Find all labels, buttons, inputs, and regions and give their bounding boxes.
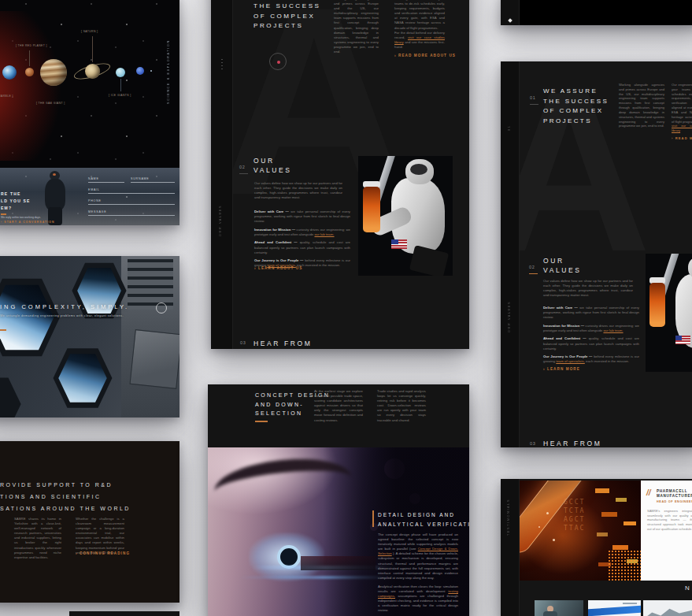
bullet-text: each invested in the mission. xyxy=(586,359,629,363)
detail-accent-bar xyxy=(372,510,374,527)
contact-field-surname[interactable]: SURNAME xyxy=(131,177,175,183)
label-gas-giant: [ THE GAS GIANT ] xyxy=(36,102,65,105)
detail-p1: The concept design phase will have produ… xyxy=(378,533,458,581)
values-bullet: Ahead and Confident — quality, schedule … xyxy=(543,336,639,351)
section-number-rule-accent xyxy=(529,273,538,274)
testimonial-card[interactable]: // PHARMACELL MANUFACTURER HEAD OF ENGIN… xyxy=(641,481,692,581)
values-section-number: 02 xyxy=(529,258,538,274)
detail-p2: Analytical verification then closes the … xyxy=(378,584,458,614)
bullet-link[interactable]: our lab team. xyxy=(314,232,334,236)
bullet-link[interactable]: our lab team. xyxy=(603,328,623,332)
contact-note: We reply within two working days. xyxy=(1,216,64,219)
label-line-mars xyxy=(29,50,30,66)
support-heading: ROVIDE SUPPORT TO R&D TIONS AND SCIENTIF… xyxy=(0,479,131,514)
contact-field-message[interactable]: MESSAGE xyxy=(88,210,175,216)
news-thumb-chart[interactable] xyxy=(643,600,692,616)
planet-earth xyxy=(2,65,17,80)
gel-band xyxy=(601,512,617,517)
values-title-line: VALUES xyxy=(543,266,582,276)
support-col2: Whether the challenge is a cleanroom mea… xyxy=(76,517,124,555)
astronaut-photo xyxy=(646,254,692,372)
planet-pluto-dot xyxy=(150,70,152,72)
bullet-lead: Innovation for Mission — xyxy=(543,324,584,328)
field-label-surname: SURNAME xyxy=(131,177,175,180)
gel-dot-matrix xyxy=(608,550,641,581)
planet-saturn xyxy=(85,64,100,79)
contact-field-email[interactable]: EMAIL xyxy=(88,188,175,194)
values-bullet-list: Deliver with Care — we take personal own… xyxy=(543,306,639,368)
about-heading: THE SUCCESS OF COMPLEX PROJECTS xyxy=(253,2,321,32)
artboard-top-right-sliver[interactable] xyxy=(501,0,692,25)
scroll-indicator-icon[interactable] xyxy=(156,302,167,314)
solar-system-image: [ THE RED PLANET ] [ SATURN ] [ THE BLUE… xyxy=(0,0,179,168)
learn-about-us-link[interactable]: › LEARN ABOUT US xyxy=(254,266,302,270)
artboard-station[interactable]: ING COMPLEXITY, SIMPLY. We untangle dema… xyxy=(0,256,179,417)
station-machinery-slats xyxy=(128,259,173,310)
values-title: OUR VALUES xyxy=(253,157,292,175)
artboard-news[interactable]: TESTIMONIALS GCCTTCTAAGCTTTAC // PHARMAC… xyxy=(501,479,692,616)
astronaut-body xyxy=(45,179,65,210)
hear-from-number: 03 xyxy=(240,340,246,345)
contact-field-phone[interactable]: PHONE xyxy=(88,199,175,205)
values-intro: Our values define how we show up for our… xyxy=(254,181,342,200)
artboard-about-center[interactable]: A OUR VALUES THE SUCCESS OF COMPLEX PROJ… xyxy=(211,0,469,349)
gel-band xyxy=(624,521,636,525)
contact-field-name[interactable]: NAME xyxy=(88,177,124,183)
carousel-pagination[interactable] xyxy=(629,443,676,447)
artboard-about-right[interactable]: A 01 OUR VALUES 01 WE ASSURE THE SUCCESS… xyxy=(501,61,692,447)
section-number-text: 02 xyxy=(239,165,246,169)
field-label-message: MESSAGE xyxy=(88,210,175,213)
artboard-process[interactable]: CONCEPT DESIGN AND DOWN- SELECTION At th… xyxy=(208,384,469,616)
support-heading-line: SATIONS AROUND THE WORLD xyxy=(0,503,131,514)
sidebar-menu-ticks-icon[interactable] xyxy=(221,59,223,69)
bullet-lead: Deliver with Care — xyxy=(254,210,289,213)
station-title: ING COMPLEXITY, SIMPLY. xyxy=(0,303,129,310)
values-bullet: Innovation for Mission — curiosity drive… xyxy=(254,228,350,237)
section-number-text: 01 xyxy=(530,95,536,100)
case-studies-link[interactable]: visit our case studies library xyxy=(672,124,692,132)
news-thumb-slide[interactable] xyxy=(588,600,641,616)
carousel-pagination[interactable] xyxy=(343,343,390,349)
hear-from-title: HEAR FROM xyxy=(253,340,312,349)
values-bullet-list: Deliver with Care — we take personal own… xyxy=(254,210,350,272)
target-marker-icon[interactable] xyxy=(269,53,287,70)
sidebar-vertical-label: TESTIMONIALS xyxy=(507,498,510,536)
section-number-rule xyxy=(239,173,248,174)
testimonial-role: HEAD OF ENGINEERING xyxy=(657,500,692,503)
about-heading-line: THE SUCCESS xyxy=(543,97,609,107)
cupola-window-top xyxy=(71,259,128,322)
contact-heading-line: RE THE xyxy=(1,191,31,198)
bullet-link[interactable]: team of specialists, xyxy=(556,359,585,363)
values-section-number: 02 xyxy=(239,158,248,174)
station-subtitle: We untangle demanding engineering proble… xyxy=(0,314,124,317)
page-sidebar xyxy=(211,0,233,349)
artboard-hero[interactable]: [ THE RED PLANET ] [ SATURN ] [ THE BLUE… xyxy=(0,0,179,225)
contact-heading: RE THE LD YOU SE EM? xyxy=(1,191,31,212)
bullet-lead: Our Journey is Our People — xyxy=(254,258,303,262)
values-title-line: OUR xyxy=(543,257,582,266)
about-heading-line: OF COMPLEX xyxy=(543,106,609,117)
station-machinery-panel xyxy=(130,329,179,389)
red-nebula-glow xyxy=(0,11,104,161)
support-continue-link[interactable]: › CONTINUE READING xyxy=(76,551,130,555)
equipment-dark xyxy=(409,245,449,276)
about-heading-line: WE ASSURE xyxy=(543,87,609,97)
test-tube-photo: GCCTTCTAAGCTTTAC xyxy=(520,481,641,581)
news-thumb-photo[interactable] xyxy=(535,600,583,616)
design-canvas: [ THE RED PLANET ] [ SATURN ] [ THE BLUE… xyxy=(0,0,692,616)
artboard-peek-bottom-left[interactable] xyxy=(69,611,179,616)
window-earth-view xyxy=(0,380,17,417)
cupola-window-mid xyxy=(52,344,113,412)
label-ice-giants: [ ICE GIANTS ] xyxy=(109,94,131,97)
planet-jupiter xyxy=(40,59,67,86)
field-label-phone: PHONE xyxy=(88,199,175,202)
read-more-link[interactable]: › READ MORE ABOUT US xyxy=(672,136,692,141)
flag-canton xyxy=(391,239,398,244)
values-bullet: Our Journey is Our People — behind every… xyxy=(543,354,639,364)
target-red-dot xyxy=(277,61,280,64)
learn-more-link[interactable]: › LEARN MORE xyxy=(543,367,580,371)
process-col1: At the earliest stage we explore the wid… xyxy=(314,389,363,423)
artboard-support[interactable]: ROVIDE SUPPORT TO R&D TIONS AND SCIENTIF… xyxy=(0,441,179,603)
contact-cta-link[interactable]: › START A CONVERSATION xyxy=(1,221,54,224)
read-more-link[interactable]: › READ MORE ABOUT US xyxy=(394,54,445,59)
